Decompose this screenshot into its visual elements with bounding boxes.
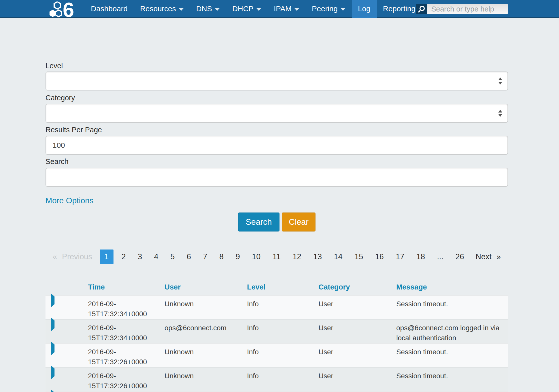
results-per-page-label: Results Per Page bbox=[46, 126, 508, 134]
more-options-link[interactable]: More Options bbox=[46, 196, 94, 205]
expand-row-icon[interactable] bbox=[51, 317, 54, 332]
user-cell: Unknown bbox=[164, 296, 247, 319]
pagination-page-14[interactable]: 14 bbox=[330, 250, 346, 264]
nav-item-label: Dashboard bbox=[91, 4, 128, 13]
pagination-page-11[interactable]: 11 bbox=[268, 250, 284, 264]
pagination-page-2[interactable]: 2 bbox=[118, 250, 130, 264]
table-body: 2016-09-15T17:32:34+0000UnknownInfoUserS… bbox=[46, 295, 508, 392]
pagination-ellipsis: ... bbox=[433, 250, 448, 264]
table-row: 2016-09-15T17:32:34+0000ops@6connect.com… bbox=[46, 319, 508, 343]
column-header-category: Category bbox=[318, 283, 396, 291]
results-per-page-input[interactable] bbox=[46, 136, 508, 155]
pagination-page-5[interactable]: 5 bbox=[166, 250, 179, 264]
page-number: ... bbox=[433, 250, 448, 264]
search-button[interactable]: Search bbox=[238, 212, 280, 232]
nav-item-label: DNS bbox=[196, 4, 212, 13]
expander-cell bbox=[46, 320, 88, 343]
nav-item-label: Peering bbox=[312, 4, 338, 13]
category-cell: User bbox=[318, 320, 396, 343]
select-spinner-icon bbox=[498, 110, 502, 117]
nav-item-dhcp[interactable]: DHCP bbox=[226, 0, 268, 18]
page-number: 2 bbox=[118, 250, 130, 264]
nav-item-dashboard[interactable]: Dashboard bbox=[85, 0, 134, 18]
navbar: 6 DashboardResourcesDNSDHCPIPAMPeeringLo… bbox=[0, 0, 559, 18]
page-number: 9 bbox=[232, 250, 244, 264]
select-spinner-icon bbox=[498, 78, 502, 84]
page-number: 14 bbox=[330, 250, 346, 264]
next-arrow-icon: » bbox=[496, 252, 501, 261]
header-spacer bbox=[46, 283, 88, 291]
user-cell: Unknown bbox=[164, 368, 247, 391]
nav-item-log[interactable]: Log bbox=[352, 0, 377, 18]
pagination-page-12[interactable]: 12 bbox=[289, 250, 305, 264]
pagination-page-13[interactable]: 13 bbox=[309, 250, 326, 264]
nav-item-reporting[interactable]: Reporting bbox=[377, 0, 422, 18]
nav-item-label: Reporting bbox=[383, 4, 416, 13]
table-row: 2016-09-15T17:32:26+0000UnknownInfoUserS… bbox=[46, 367, 508, 391]
column-header-user: User bbox=[164, 283, 247, 291]
pagination-page-1[interactable]: 1 bbox=[100, 250, 114, 264]
nav-item-dns[interactable]: DNS bbox=[190, 0, 226, 18]
page-number: 18 bbox=[412, 250, 429, 264]
pagination-page-9[interactable]: 9 bbox=[232, 250, 244, 264]
nav-item-label: IPAM bbox=[274, 4, 292, 13]
pagination-next[interactable]: Next» bbox=[476, 250, 501, 264]
nav-item-peering[interactable]: Peering bbox=[306, 0, 352, 18]
page-number: 12 bbox=[289, 250, 305, 264]
caret-down-icon bbox=[179, 8, 184, 11]
pagination-page-16[interactable]: 16 bbox=[371, 250, 388, 264]
page-number: 26 bbox=[452, 250, 468, 264]
caret-down-icon bbox=[294, 8, 299, 11]
brand-number: 6 bbox=[63, 2, 74, 17]
page-number: 11 bbox=[268, 250, 284, 264]
pagination-page-6[interactable]: 6 bbox=[183, 250, 195, 264]
nav-item-label: DHCP bbox=[232, 4, 254, 13]
time-cell: 2016-09-15T17:32:34+0000 bbox=[88, 296, 164, 319]
pagination-page-3[interactable]: 3 bbox=[134, 250, 146, 264]
message-cell: Session timeout. bbox=[396, 344, 508, 367]
category-select[interactable] bbox=[46, 104, 508, 123]
user-cell: Unknown bbox=[164, 344, 247, 367]
nav-item-label: Resources bbox=[140, 4, 176, 13]
table-header-row: TimeUserLevelCategoryMessage bbox=[46, 272, 508, 295]
pagination-page-7[interactable]: 7 bbox=[199, 250, 211, 264]
page-number: 15 bbox=[350, 250, 367, 264]
level-select[interactable] bbox=[46, 72, 508, 90]
pagination-page-4[interactable]: 4 bbox=[150, 250, 162, 264]
category-cell: User bbox=[318, 368, 396, 391]
category-select-wrap bbox=[46, 104, 508, 123]
navbar-search-input[interactable] bbox=[427, 4, 508, 14]
message-cell: ops@6connect.com logged in via local aut… bbox=[396, 320, 508, 343]
pagination-page-8[interactable]: 8 bbox=[215, 250, 228, 264]
page-number: 6 bbox=[183, 250, 195, 264]
pagination-page-26[interactable]: 26 bbox=[452, 250, 468, 264]
previous-arrow-icon: « bbox=[53, 252, 57, 261]
category-cell: User bbox=[318, 296, 396, 319]
expand-row-icon[interactable] bbox=[51, 293, 54, 308]
category-cell: User bbox=[318, 344, 396, 367]
nav-item-resources[interactable]: Resources bbox=[134, 0, 190, 18]
level-cell: Info bbox=[247, 296, 318, 319]
navbar-search bbox=[416, 4, 508, 14]
table-row: 2016-09-15T17:32:26+0000UnknownInfoUserS… bbox=[46, 343, 508, 367]
pagination-page-15[interactable]: 15 bbox=[350, 250, 367, 264]
expander-cell bbox=[46, 368, 88, 391]
nav-item-ipam[interactable]: IPAM bbox=[268, 0, 306, 18]
brand-logo[interactable]: 6 bbox=[49, 0, 74, 18]
pagination-page-17[interactable]: 17 bbox=[392, 250, 408, 264]
page-number: 10 bbox=[248, 250, 264, 264]
caret-down-icon bbox=[215, 8, 220, 11]
search-filter-input[interactable] bbox=[46, 168, 508, 187]
expander-cell bbox=[46, 344, 88, 367]
clear-button[interactable]: Clear bbox=[282, 212, 316, 232]
expand-row-icon[interactable] bbox=[51, 341, 54, 356]
expand-row-icon[interactable] bbox=[51, 389, 54, 392]
user-cell: ops@6connect.com bbox=[164, 320, 247, 343]
main-content: Level Category Results Per Page Search M… bbox=[46, 62, 508, 392]
nav-item-label: Log bbox=[358, 4, 370, 13]
caret-down-icon bbox=[256, 8, 261, 11]
pagination-page-10[interactable]: 10 bbox=[248, 250, 264, 264]
pagination-page-18[interactable]: 18 bbox=[412, 250, 429, 264]
level-label: Level bbox=[46, 62, 508, 70]
expand-row-icon[interactable] bbox=[51, 365, 54, 380]
